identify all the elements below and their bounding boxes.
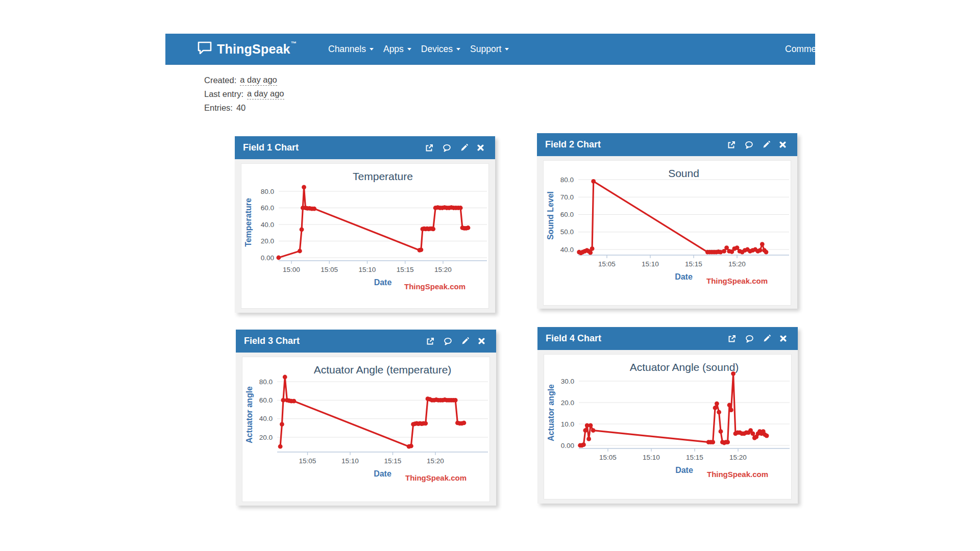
svg-text:80.0: 80.0 <box>259 378 273 386</box>
edit-icon[interactable] <box>763 141 770 148</box>
comment-icon[interactable] <box>745 141 753 149</box>
chart-canvas: 20.040.060.080.015:0515:1015:1515:20Actu… <box>242 357 490 502</box>
edit-icon[interactable] <box>461 337 469 345</box>
thingspeak-logo[interactable]: ThingSpeak™ <box>197 34 297 64</box>
svg-text:0.00: 0.00 <box>261 254 274 262</box>
svg-text:40.0: 40.0 <box>261 221 274 229</box>
svg-text:ThingSpeak.com: ThingSpeak.com <box>707 470 768 479</box>
comment-icon[interactable] <box>745 335 754 343</box>
panel-title: Field 3 Chart <box>244 336 300 346</box>
panel-body: 40.050.060.070.080.015:0515:1015:1515:20… <box>537 156 797 310</box>
panel-body: 0.0020.040.060.080.015:0015:0515:1015:15… <box>235 159 495 313</box>
field-2-chart-panel: Field 2 Chart <box>537 133 797 309</box>
svg-text:20.0: 20.0 <box>261 237 274 245</box>
external-link-icon[interactable] <box>426 337 434 345</box>
svg-text:15:05: 15:05 <box>299 457 316 465</box>
line-chart: 20.040.060.080.015:0515:1015:1515:20Actu… <box>242 357 489 502</box>
comment-icon[interactable] <box>444 337 452 345</box>
field-3-chart-panel: Field 3 Chart <box>236 330 496 506</box>
svg-text:40.0: 40.0 <box>259 415 273 422</box>
nav-item-devices[interactable]: Devices <box>421 44 460 55</box>
external-link-icon[interactable] <box>728 335 736 343</box>
close-icon[interactable] <box>478 338 485 344</box>
svg-text:10.0: 10.0 <box>561 420 574 428</box>
chevron-down-icon <box>505 48 509 51</box>
svg-text:15:05: 15:05 <box>598 260 616 268</box>
close-icon[interactable] <box>780 335 787 342</box>
panel-header-icons <box>426 337 485 345</box>
panel-title: Field 4 Chart <box>546 333 601 344</box>
nav-item-support[interactable]: Support <box>470 44 509 55</box>
entries-label: Entries: <box>204 103 233 113</box>
svg-text:Date: Date <box>675 272 693 281</box>
field-1-chart-panel: Field 1 Chart <box>235 136 495 313</box>
svg-text:Temperature: Temperature <box>353 170 413 182</box>
svg-text:Date: Date <box>374 278 392 287</box>
svg-text:15:05: 15:05 <box>599 454 617 461</box>
speech-bubble-logo-icon <box>197 41 212 57</box>
svg-text:Actuator angle: Actuator angle <box>245 386 254 443</box>
svg-text:80.0: 80.0 <box>560 176 574 184</box>
svg-text:0.00: 0.00 <box>561 442 574 449</box>
chart-canvas: 0.0010.020.030.015:0515:1015:1515:20Actu… <box>544 354 792 499</box>
panel-body: 20.040.060.080.015:0515:1015:1515:20Actu… <box>236 353 496 506</box>
svg-text:60.0: 60.0 <box>259 396 273 404</box>
svg-text:Actuator Angle (sound): Actuator Angle (sound) <box>630 361 739 373</box>
channel-metadata: Created: a day ago Last entry: a day ago… <box>204 73 284 115</box>
svg-text:15:05: 15:05 <box>321 266 338 273</box>
edit-icon[interactable] <box>763 335 771 342</box>
panel-title: Field 2 Chart <box>545 139 601 150</box>
external-link-icon[interactable] <box>425 144 433 152</box>
created-label: Created: <box>204 76 236 85</box>
panel-header: Field 3 Chart <box>236 330 496 353</box>
svg-text:15:15: 15:15 <box>384 457 402 465</box>
brand-text: ThingSpeak™ <box>217 42 297 57</box>
svg-text:60.0: 60.0 <box>261 204 274 212</box>
comment-icon[interactable] <box>443 144 451 152</box>
svg-text:40.0: 40.0 <box>560 246 574 254</box>
svg-text:Date: Date <box>675 466 693 474</box>
svg-text:ThingSpeak.com: ThingSpeak.com <box>706 277 768 285</box>
svg-text:15:10: 15:10 <box>359 266 376 273</box>
close-icon[interactable] <box>779 141 786 148</box>
svg-text:Temperature: Temperature <box>244 198 253 247</box>
nav-item-commercial-use-truncated[interactable]: Comme <box>785 34 815 64</box>
panel-header-icons <box>425 144 484 152</box>
nav-menu: Channels Apps Devices Support <box>328 34 509 64</box>
panel-header: Field 4 Chart <box>537 327 798 350</box>
field-4-chart-panel: Field 4 Chart <box>537 327 798 504</box>
svg-text:15:15: 15:15 <box>685 260 702 268</box>
svg-text:20.0: 20.0 <box>259 434 273 441</box>
chevron-down-icon <box>456 48 460 51</box>
nav-item-channels[interactable]: Channels <box>328 44 374 55</box>
trademark-symbol: ™ <box>291 40 297 46</box>
svg-text:15:20: 15:20 <box>434 266 452 273</box>
last-entry-label: Last entry: <box>204 89 243 99</box>
svg-text:50.0: 50.0 <box>560 228 574 236</box>
svg-text:Sound: Sound <box>668 167 699 179</box>
panel-header: Field 1 Chart <box>235 136 495 159</box>
nav-item-apps[interactable]: Apps <box>383 44 411 55</box>
panel-header-icons <box>727 141 786 149</box>
last-entry-row: Last entry: a day ago <box>204 87 284 101</box>
svg-text:15:15: 15:15 <box>397 266 414 273</box>
svg-text:15:20: 15:20 <box>729 454 747 461</box>
svg-text:Actuator angle: Actuator angle <box>547 384 555 441</box>
created-value: a day ago <box>240 75 277 86</box>
svg-text:60.0: 60.0 <box>560 211 574 218</box>
svg-text:80.0: 80.0 <box>261 188 274 195</box>
svg-text:20.0: 20.0 <box>561 399 574 407</box>
panel-header-icons <box>728 335 787 343</box>
svg-text:15:20: 15:20 <box>427 457 444 465</box>
entries-value: 40 <box>236 103 246 113</box>
svg-text:30.0: 30.0 <box>561 378 574 385</box>
chevron-down-icon <box>407 48 411 51</box>
panel-header: Field 2 Chart <box>537 133 797 156</box>
edit-icon[interactable] <box>460 144 468 152</box>
panel-title: Field 1 Chart <box>243 142 299 153</box>
svg-text:Sound Level: Sound Level <box>546 191 555 240</box>
close-icon[interactable] <box>477 144 484 151</box>
svg-text:15:20: 15:20 <box>728 260 746 268</box>
svg-text:70.0: 70.0 <box>560 193 574 201</box>
external-link-icon[interactable] <box>727 141 736 149</box>
